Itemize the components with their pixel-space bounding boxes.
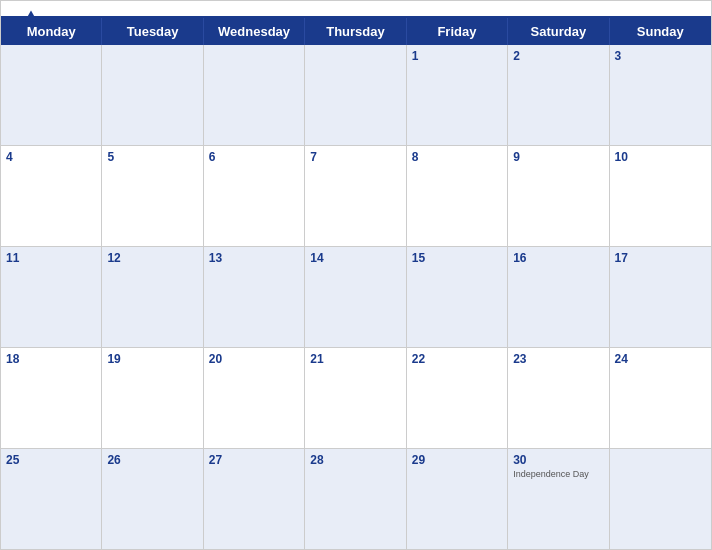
- day-cell: 24: [610, 348, 711, 448]
- day-number: 21: [310, 352, 400, 366]
- day-number: 23: [513, 352, 603, 366]
- day-cell: 14: [305, 247, 406, 347]
- day-cell: 7: [305, 146, 406, 246]
- day-number: 18: [6, 352, 96, 366]
- day-cell: 1: [407, 45, 508, 145]
- day-number: 17: [615, 251, 706, 265]
- day-cell: 2: [508, 45, 609, 145]
- week-row-4: 18192021222324: [1, 348, 711, 449]
- logo-icon: [23, 9, 39, 25]
- day-header-friday: Friday: [407, 18, 508, 45]
- day-cell: 9: [508, 146, 609, 246]
- day-cell: 26: [102, 449, 203, 549]
- day-cell: 28: [305, 449, 406, 549]
- day-cell: 15: [407, 247, 508, 347]
- day-header-wednesday: Wednesday: [204, 18, 305, 45]
- day-cell: 22: [407, 348, 508, 448]
- day-number: 26: [107, 453, 197, 467]
- day-cell: 3: [610, 45, 711, 145]
- day-number: 5: [107, 150, 197, 164]
- day-number: 1: [412, 49, 502, 63]
- day-cell: 19: [102, 348, 203, 448]
- day-cell: 21: [305, 348, 406, 448]
- weeks-container: 1234567891011121314151617181920212223242…: [1, 45, 711, 549]
- day-cell: 30Independence Day: [508, 449, 609, 549]
- day-cell: 4: [1, 146, 102, 246]
- day-header-monday: Monday: [1, 18, 102, 45]
- day-number: 25: [6, 453, 96, 467]
- day-cell: [204, 45, 305, 145]
- day-cell: [305, 45, 406, 145]
- day-headers-row: MondayTuesdayWednesdayThursdayFridaySatu…: [1, 18, 711, 45]
- day-number: 28: [310, 453, 400, 467]
- day-cell: [1, 45, 102, 145]
- day-number: 9: [513, 150, 603, 164]
- day-number: 4: [6, 150, 96, 164]
- day-cell: 12: [102, 247, 203, 347]
- day-number: 19: [107, 352, 197, 366]
- calendar-grid: MondayTuesdayWednesdayThursdayFridaySatu…: [1, 16, 711, 549]
- day-cell: 5: [102, 146, 203, 246]
- day-header-saturday: Saturday: [508, 18, 609, 45]
- day-number: 8: [412, 150, 502, 164]
- day-number: 11: [6, 251, 96, 265]
- day-number: 13: [209, 251, 299, 265]
- day-cell: [102, 45, 203, 145]
- day-number: 29: [412, 453, 502, 467]
- day-number: 12: [107, 251, 197, 265]
- day-cell: 6: [204, 146, 305, 246]
- day-number: 16: [513, 251, 603, 265]
- day-header-sunday: Sunday: [610, 18, 711, 45]
- day-number: 24: [615, 352, 706, 366]
- day-cell: 17: [610, 247, 711, 347]
- day-cell: 16: [508, 247, 609, 347]
- day-cell: 29: [407, 449, 508, 549]
- day-cell: 8: [407, 146, 508, 246]
- logo: [21, 9, 39, 25]
- day-cell: 20: [204, 348, 305, 448]
- day-number: 10: [615, 150, 706, 164]
- day-cell: 27: [204, 449, 305, 549]
- day-cell: [610, 449, 711, 549]
- day-number: 2: [513, 49, 603, 63]
- week-row-5: 252627282930Independence Day: [1, 449, 711, 549]
- week-row-1: 123: [1, 45, 711, 146]
- day-cell: 10: [610, 146, 711, 246]
- day-number: 27: [209, 453, 299, 467]
- day-cell: 23: [508, 348, 609, 448]
- day-cell: 25: [1, 449, 102, 549]
- day-header-thursday: Thursday: [305, 18, 406, 45]
- calendar-header: [1, 1, 711, 16]
- day-number: 22: [412, 352, 502, 366]
- day-number: 3: [615, 49, 706, 63]
- holiday-label: Independence Day: [513, 469, 603, 480]
- day-number: 14: [310, 251, 400, 265]
- day-number: 15: [412, 251, 502, 265]
- day-number: 7: [310, 150, 400, 164]
- day-header-tuesday: Tuesday: [102, 18, 203, 45]
- day-cell: 11: [1, 247, 102, 347]
- week-row-2: 45678910: [1, 146, 711, 247]
- svg-marker-0: [25, 11, 38, 22]
- day-number: 20: [209, 352, 299, 366]
- day-cell: 13: [204, 247, 305, 347]
- calendar: MondayTuesdayWednesdayThursdayFridaySatu…: [0, 0, 712, 550]
- day-number: 30: [513, 453, 603, 467]
- day-cell: 18: [1, 348, 102, 448]
- week-row-3: 11121314151617: [1, 247, 711, 348]
- day-number: 6: [209, 150, 299, 164]
